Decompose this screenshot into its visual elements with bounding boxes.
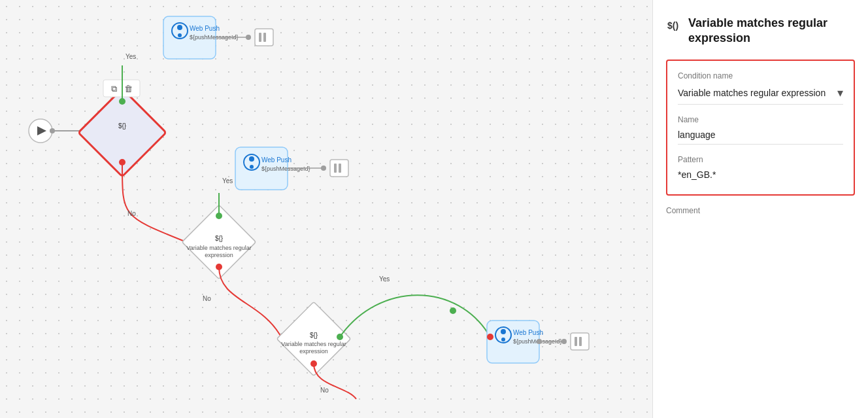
svg-text:No: No	[203, 295, 211, 302]
pattern-label: Pattern	[678, 155, 843, 164]
svg-text:Yes: Yes	[222, 177, 233, 184]
svg-rect-41	[334, 164, 337, 173]
flow-canvas[interactable]: ${} ⧉ 🗑 Yes Web Push ${pushMessageId} No…	[0, 0, 652, 418]
pattern-value: *en_GB.*	[678, 169, 843, 184]
svg-point-11	[119, 98, 125, 105]
name-label: Name	[678, 115, 843, 124]
condition-name-value[interactable]: Variable matches regular expression ▾	[678, 86, 843, 105]
svg-point-30	[216, 213, 222, 219]
svg-text:${}: ${}	[118, 122, 127, 130]
svg-point-66	[450, 307, 456, 314]
svg-point-39	[321, 165, 326, 171]
svg-text:Variable matches regular: Variable matches regular	[186, 245, 251, 251]
svg-text:${pushMessageId}: ${pushMessageId}	[261, 165, 310, 172]
svg-point-58	[537, 339, 542, 344]
svg-text:expression: expression	[299, 348, 328, 355]
svg-point-65	[487, 334, 493, 340]
panel-header: $() Variable matches regular expression	[666, 16, 855, 46]
svg-point-64	[310, 360, 317, 367]
svg-point-50	[337, 334, 343, 340]
svg-point-3	[50, 128, 55, 133]
svg-rect-42	[339, 164, 341, 173]
svg-text:🗑: 🗑	[124, 84, 133, 94]
condition-name-label: Condition name	[678, 71, 843, 80]
panel-title: Variable matches regular expression	[688, 16, 855, 46]
svg-point-14	[177, 25, 182, 30]
svg-rect-61	[575, 337, 577, 346]
svg-text:Web Push: Web Push	[261, 156, 292, 164]
svg-point-34	[249, 156, 254, 162]
svg-text:Yes: Yes	[125, 53, 136, 60]
comment-label: Comment	[666, 206, 855, 215]
svg-point-44	[216, 264, 222, 270]
condition-section: Condition name Variable matches regular …	[666, 60, 855, 196]
svg-point-54	[501, 338, 505, 341]
svg-point-19	[246, 35, 251, 40]
svg-text:Yes: Yes	[379, 275, 390, 283]
svg-text:⧉: ⧉	[111, 84, 117, 94]
svg-text:${}: ${}	[215, 235, 224, 242]
variable-regex-icon: $()	[666, 17, 682, 36]
svg-text:No: No	[127, 210, 136, 217]
svg-rect-62	[579, 337, 582, 346]
svg-text:${}: ${}	[310, 332, 318, 339]
svg-rect-22	[263, 33, 266, 42]
svg-point-24	[119, 159, 125, 165]
svg-text:Variable matches regular: Variable matches regular	[281, 341, 346, 347]
name-value: language	[678, 130, 843, 145]
flow-svg: ${} ⧉ 🗑 Yes Web Push ${pushMessageId} No…	[0, 0, 652, 418]
svg-text:expression: expression	[205, 252, 233, 258]
svg-point-15	[178, 33, 182, 37]
svg-text:$(): $()	[667, 20, 678, 31]
svg-text:Web Push: Web Push	[190, 25, 220, 32]
dropdown-arrow-icon[interactable]: ▾	[837, 86, 843, 100]
svg-point-35	[250, 165, 254, 169]
svg-text:Web Push: Web Push	[513, 329, 543, 336]
svg-point-53	[501, 329, 506, 334]
right-panel: $() Variable matches regular expression …	[652, 0, 868, 418]
svg-text:No: No	[320, 387, 329, 394]
svg-rect-21	[259, 33, 261, 42]
svg-point-59	[561, 339, 567, 344]
